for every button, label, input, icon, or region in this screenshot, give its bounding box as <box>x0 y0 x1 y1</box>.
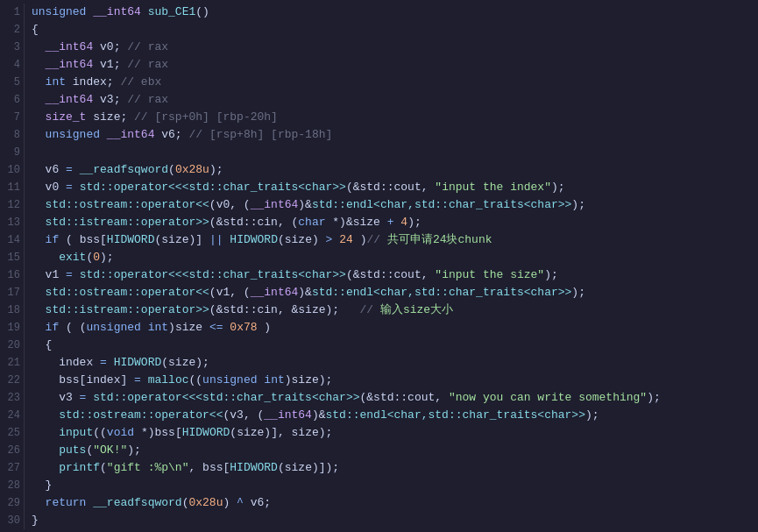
line-num-25: 25 <box>4 424 20 442</box>
code-line-22: bss[index] = malloc((unsigned int)size); <box>32 372 751 389</box>
code-line-3: __int64 v0; // rax <box>32 39 751 56</box>
code-line-14: if ( bss[HIDWORD(size)] || HIDWORD(size)… <box>32 231 751 249</box>
code-line-1: unsigned __int64 sub_CE1() <box>32 4 751 21</box>
code-line-26: puts("OK!"); <box>32 442 751 459</box>
line-num-5: 5 <box>4 74 20 91</box>
code-line-16: v1 = std::operator<<<std::char_traits<ch… <box>32 266 751 284</box>
code-line-21: index = HIDWORD(size); <box>32 354 751 372</box>
line-num-8: 8 <box>4 126 20 144</box>
line-num-26: 26 <box>4 442 20 459</box>
code-line-29: return __readfsqword(0x28u) ^ v6; <box>32 494 751 512</box>
code-line-9 <box>32 144 751 161</box>
line-num-27: 27 <box>4 459 20 477</box>
code-line-8: unsigned __int64 v6; // [rsp+8h] [rbp-18… <box>32 126 751 144</box>
code-line-25: input((void *)bss[HIDWORD(size)], size); <box>32 424 751 442</box>
code-line-30: } <box>32 512 751 529</box>
line-num-14: 14 <box>4 231 20 249</box>
code-line-28: } <box>32 477 751 494</box>
code-editor: 1 2 3 4 5 6 7 8 9 10 11 12 13 14 15 16 1… <box>0 0 758 532</box>
line-num-12: 12 <box>4 196 20 214</box>
code-line-20: { <box>32 337 751 354</box>
code-line-7: size_t size; // [rsp+0h] [rbp-20h] <box>32 109 751 126</box>
line-num-22: 22 <box>4 372 20 389</box>
code-line-12: std::ostream::operator<<(v0, (__int64)&s… <box>32 196 751 214</box>
line-num-23: 23 <box>4 389 20 407</box>
line-num-15: 15 <box>4 249 20 266</box>
line-num-4: 4 <box>4 56 20 74</box>
line-num-18: 18 <box>4 301 20 319</box>
line-numbers: 1 2 3 4 5 6 7 8 9 10 11 12 13 14 15 16 1… <box>0 4 25 529</box>
code-line-19: if ( (unsigned int)size <= 0x78 ) <box>32 319 751 337</box>
line-num-9: 9 <box>4 144 20 161</box>
line-num-6: 6 <box>4 91 20 109</box>
code-line-27: printf("gift :%p\n", bss[HIDWORD(size)])… <box>32 459 751 477</box>
line-num-13: 13 <box>4 214 20 231</box>
code-line-11: v0 = std::operator<<<std::char_traits<ch… <box>32 179 751 196</box>
code-line-23: v3 = std::operator<<<std::char_traits<ch… <box>32 389 751 407</box>
code-content[interactable]: unsigned __int64 sub_CE1() { __int64 v0;… <box>25 4 758 529</box>
code-line-18: std::istream::operator>>(&std::cin, &siz… <box>32 301 751 319</box>
line-num-21: 21 <box>4 354 20 372</box>
code-line-2: { <box>32 21 751 39</box>
line-num-3: 3 <box>4 39 20 56</box>
code-line-4: __int64 v1; // rax <box>32 56 751 74</box>
line-num-17: 17 <box>4 284 20 301</box>
line-num-2: 2 <box>4 21 20 39</box>
line-num-19: 19 <box>4 319 20 337</box>
code-line-15: exit(0); <box>32 249 751 266</box>
code-line-10: v6 = __readfsqword(0x28u); <box>32 161 751 179</box>
code-line-5: int index; // ebx <box>32 74 751 91</box>
code-line-6: __int64 v3; // rax <box>32 91 751 109</box>
line-num-24: 24 <box>4 407 20 424</box>
line-num-1: 1 <box>4 4 20 21</box>
line-num-7: 7 <box>4 109 20 126</box>
line-num-11: 11 <box>4 179 20 196</box>
line-num-20: 20 <box>4 337 20 354</box>
code-line-24: std::ostream::operator<<(v3, (__int64)&s… <box>32 407 751 424</box>
line-num-29: 29 <box>4 494 20 512</box>
code-line-17: std::ostream::operator<<(v1, (__int64)&s… <box>32 284 751 301</box>
line-num-10: 10 <box>4 161 20 179</box>
code-line-13: std::istream::operator>>(&std::cin, (cha… <box>32 214 751 231</box>
line-num-30: 30 <box>4 512 20 529</box>
line-num-28: 28 <box>4 477 20 494</box>
line-num-16: 16 <box>4 266 20 284</box>
